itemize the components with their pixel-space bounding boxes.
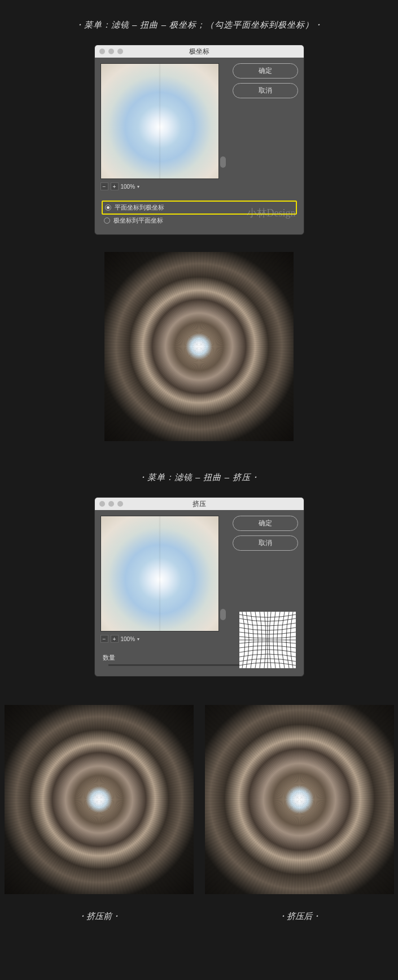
vertical-scrollbar[interactable] xyxy=(219,516,227,631)
ok-button[interactable]: 确定 xyxy=(233,63,298,79)
cancel-button[interactable]: 取消 xyxy=(233,83,298,98)
instruction-text-1: ・菜单：滤镜 – 扭曲 – 极坐标；（勾选平面坐标到极坐标）・ xyxy=(0,11,398,39)
before-label: ・挤压前・ xyxy=(5,911,194,922)
chevron-down-icon[interactable]: ▾ xyxy=(137,184,139,189)
preview-image[interactable] xyxy=(100,516,219,631)
watermark: 小林Design xyxy=(247,206,296,220)
dialog-title: 极坐标 xyxy=(95,47,304,56)
zoom-in-button[interactable]: + xyxy=(111,635,119,643)
dialog-title: 挤压 xyxy=(95,499,304,509)
radio-icon xyxy=(105,204,111,211)
chevron-down-icon[interactable]: ▾ xyxy=(137,637,139,642)
cancel-button[interactable]: 取消 xyxy=(233,535,298,551)
before-image xyxy=(5,705,194,894)
zoom-level: 100% xyxy=(121,184,135,190)
instruction-text-2: ・菜单：滤镜 – 扭曲 – 挤压・ xyxy=(0,464,398,491)
preview-image[interactable] xyxy=(100,63,219,179)
pinch-dialog: 挤压 − + 100% ▾ 确定 取消 数量 54 % xyxy=(94,497,304,677)
radio-label: 平面坐标到极坐标 xyxy=(115,203,164,212)
amount-label: 数量 xyxy=(103,654,115,662)
after-image xyxy=(205,705,394,894)
zoom-level: 100% xyxy=(121,636,135,642)
titlebar[interactable]: 挤压 xyxy=(95,498,304,510)
polar-dialog: 极坐标 − + 100% ▾ 确定 取消 平面坐标到极坐标 xyxy=(94,45,304,235)
zoom-out-button[interactable]: − xyxy=(100,182,108,190)
radio-icon xyxy=(104,217,110,224)
radio-label: 极坐标到平面坐标 xyxy=(113,216,163,225)
vertical-scrollbar[interactable] xyxy=(219,63,227,179)
distortion-grid-preview xyxy=(239,612,296,668)
titlebar[interactable]: 极坐标 xyxy=(95,45,304,58)
polar-result-image xyxy=(104,252,294,441)
after-label: ・挤压后・ xyxy=(205,911,394,922)
zoom-out-button[interactable]: − xyxy=(100,635,108,643)
zoom-in-button[interactable]: + xyxy=(111,182,119,190)
ok-button[interactable]: 确定 xyxy=(233,516,298,531)
